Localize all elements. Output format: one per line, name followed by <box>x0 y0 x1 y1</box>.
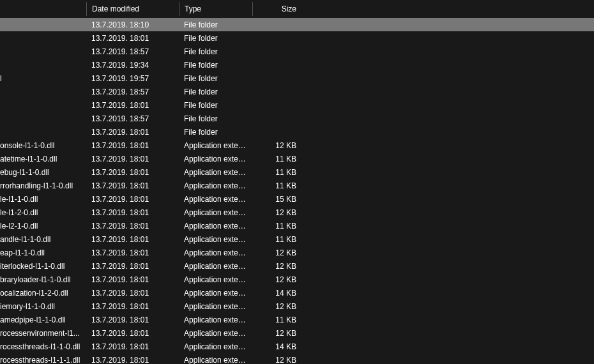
file-type: Application exten... <box>179 153 252 165</box>
file-date: 13.7.2019. 18:01 <box>86 301 179 312</box>
table-row[interactable]: rocessthreads-l1-1-1.dll13.7.2019. 18:01… <box>0 353 594 364</box>
column-header-type[interactable]: Type <box>179 2 252 16</box>
file-size: 11 KB <box>252 180 301 192</box>
table-row[interactable]: 13.7.2019. 18:01File folder <box>0 125 594 139</box>
file-name: le-l2-1-0.dll <box>0 220 86 232</box>
file-date: 13.7.2019. 18:01 <box>86 354 179 365</box>
file-size: 11 KB <box>252 314 301 326</box>
file-type: Application exten... <box>179 207 252 218</box>
table-row[interactable]: atetime-l1-1-0.dll13.7.2019. 18:01Applic… <box>0 152 594 165</box>
table-row[interactable]: rrorhandling-l1-1-0.dll13.7.2019. 18:01A… <box>0 179 594 192</box>
file-type: File folder <box>179 126 252 138</box>
file-name: ebug-l1-1-0.dll <box>0 167 86 178</box>
file-type: Application exten... <box>179 220 252 232</box>
table-row[interactable]: rocessthreads-l1-1-0.dll13.7.2019. 18:01… <box>0 340 594 353</box>
file-type: File folder <box>179 59 252 71</box>
table-row[interactable]: le-l2-1-0.dll13.7.2019. 18:01Application… <box>0 219 594 232</box>
table-row[interactable]: 13.7.2019. 18:57File folder <box>0 85 594 98</box>
table-row[interactable]: rocessenvironment-l1...13.7.2019. 18:01A… <box>0 326 594 340</box>
file-type: File folder <box>179 100 252 111</box>
file-date: 13.7.2019. 18:01 <box>86 328 179 339</box>
table-row[interactable]: eap-l1-1-0.dll13.7.2019. 18:01Applicatio… <box>0 246 594 259</box>
table-row[interactable]: ebug-l1-1-0.dll13.7.2019. 18:01Applicati… <box>0 165 594 179</box>
file-date: 13.7.2019. 18:01 <box>86 153 179 165</box>
file-date: 13.7.2019. 18:57 <box>86 86 179 98</box>
file-size: 12 KB <box>252 274 301 285</box>
file-name: l <box>0 73 86 84</box>
file-date: 13.7.2019. 18:01 <box>86 247 179 259</box>
file-date: 13.7.2019. 18:01 <box>86 100 179 111</box>
file-name <box>0 91 86 93</box>
file-size: 12 KB <box>252 207 301 218</box>
file-type: Application exten... <box>179 140 252 151</box>
file-type: File folder <box>179 73 252 84</box>
table-row[interactable]: amedpipe-l1-1-0.dll13.7.2019. 18:01Appli… <box>0 313 594 326</box>
table-row[interactable]: le-l1-2-0.dll13.7.2019. 18:01Application… <box>0 206 594 219</box>
file-size: 12 KB <box>252 247 301 259</box>
table-row[interactable]: 13.7.2019. 18:10File folder <box>0 18 594 31</box>
file-type: File folder <box>179 113 252 125</box>
table-row[interactable]: 13.7.2019. 19:34File folder <box>0 58 594 72</box>
file-type: Application exten... <box>179 301 252 312</box>
file-name: iterlocked-l1-1-0.dll <box>0 261 86 272</box>
table-row[interactable]: 13.7.2019. 18:57File folder <box>0 45 594 58</box>
file-type: Application exten... <box>179 341 252 353</box>
file-type: Application exten... <box>179 328 252 339</box>
file-name <box>0 64 86 66</box>
file-type: Application exten... <box>179 261 252 272</box>
file-date: 13.7.2019. 18:01 <box>86 126 179 138</box>
file-size: 12 KB <box>252 140 301 151</box>
file-name <box>0 37 86 40</box>
file-date: 13.7.2019. 19:57 <box>86 73 179 84</box>
file-date: 13.7.2019. 18:10 <box>86 19 179 31</box>
column-header-size[interactable]: Size <box>252 2 301 16</box>
file-type: Application exten... <box>179 314 252 326</box>
file-type: Application exten... <box>179 354 252 365</box>
table-row[interactable]: braryloader-l1-1-0.dll13.7.2019. 18:01Ap… <box>0 273 594 286</box>
file-name <box>0 50 86 53</box>
table-row[interactable]: iemory-l1-1-0.dll13.7.2019. 18:01Applica… <box>0 300 594 313</box>
table-row[interactable]: 13.7.2019. 18:57File folder <box>0 112 594 125</box>
file-date: 13.7.2019. 18:01 <box>86 167 179 178</box>
file-name: le-l1-2-0.dll <box>0 207 86 218</box>
table-row[interactable]: iterlocked-l1-1-0.dll13.7.2019. 18:01App… <box>0 259 594 273</box>
file-size <box>252 118 301 120</box>
table-row[interactable]: andle-l1-1-0.dll13.7.2019. 18:01Applicat… <box>0 232 594 246</box>
file-type: Application exten... <box>179 193 252 205</box>
rows-container: 13.7.2019. 18:10File folder13.7.2019. 18… <box>0 18 594 364</box>
table-row[interactable]: onsole-l1-1-0.dll13.7.2019. 18:01Applica… <box>0 139 594 152</box>
column-header-name[interactable] <box>0 6 86 11</box>
file-name: le-l1-1-0.dll <box>0 193 86 205</box>
file-name: andle-l1-1-0.dll <box>0 234 86 245</box>
file-name <box>0 118 86 120</box>
file-date: 13.7.2019. 18:01 <box>86 234 179 245</box>
file-size <box>252 131 301 133</box>
file-date: 13.7.2019. 18:01 <box>86 207 179 218</box>
file-type: File folder <box>179 86 252 98</box>
file-type: Application exten... <box>179 167 252 178</box>
table-row[interactable]: ocalization-l1-2-0.dll13.7.2019. 18:01Ap… <box>0 286 594 300</box>
table-row[interactable]: l13.7.2019. 19:57File folder <box>0 72 594 85</box>
column-header-row: Date modified Type Size <box>0 0 594 18</box>
column-header-date[interactable]: Date modified <box>86 2 179 16</box>
file-date: 13.7.2019. 18:01 <box>86 341 179 353</box>
table-row[interactable]: 13.7.2019. 18:01File folder <box>0 98 594 112</box>
file-date: 13.7.2019. 18:57 <box>86 46 179 57</box>
file-size: 15 KB <box>252 193 301 205</box>
file-type: Application exten... <box>179 234 252 245</box>
file-name: rrorhandling-l1-1-0.dll <box>0 180 86 192</box>
file-type: File folder <box>179 46 252 57</box>
file-size: 12 KB <box>252 328 301 339</box>
table-row[interactable]: 13.7.2019. 18:01File folder <box>0 31 594 45</box>
file-type: Application exten... <box>179 274 252 285</box>
file-size <box>252 50 301 53</box>
file-type: Application exten... <box>179 180 252 192</box>
table-row[interactable]: le-l1-1-0.dll13.7.2019. 18:01Application… <box>0 192 594 206</box>
file-date: 13.7.2019. 19:34 <box>86 59 179 71</box>
file-size: 14 KB <box>252 341 301 353</box>
file-name <box>0 24 86 26</box>
file-size <box>252 64 301 66</box>
file-size: 11 KB <box>252 220 301 232</box>
file-date: 13.7.2019. 18:01 <box>86 33 179 44</box>
file-size: 11 KB <box>252 153 301 165</box>
